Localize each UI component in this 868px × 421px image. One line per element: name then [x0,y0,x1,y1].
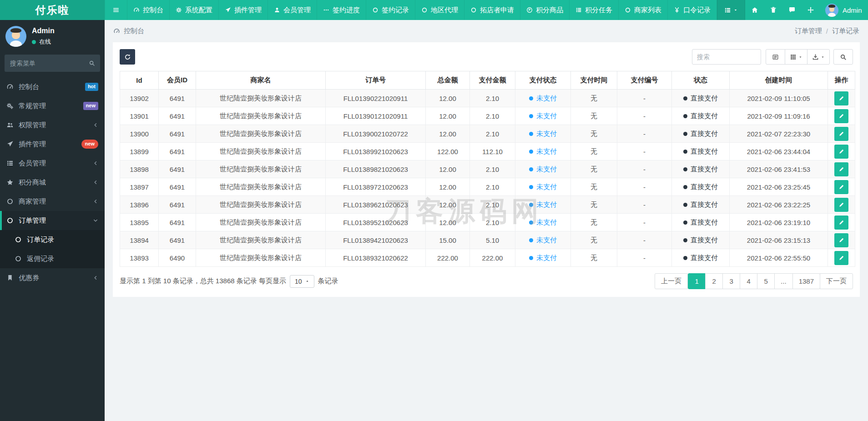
search-toggle-button[interactable] [833,49,853,65]
cell-pay-time: 无 [571,143,617,160]
sidebar-item[interactable]: 常规管理 new [0,96,105,115]
next-page-button[interactable]: 下一页 [820,273,853,289]
breadcrumb-parent[interactable]: 订单管理 [795,27,822,35]
topnav-item-label: 插件管理 [234,6,262,15]
cell-member-id: 6491 [159,231,196,249]
cell-order-no: FLL01389321020622 [326,249,426,267]
pay-status-dot [529,150,533,154]
topnav-item-label: 拓店者申请 [480,6,514,15]
sidebar-item[interactable]: 积分商城 [0,173,105,192]
sidebar-search-input[interactable] [5,55,100,72]
topnav-item[interactable]: 积分商品 [520,0,569,20]
columns-button[interactable] [785,49,807,65]
caret-down-icon [821,55,825,59]
prev-page-button[interactable]: 上一页 [655,273,688,289]
cell-status: 直接支付 [672,231,730,249]
sidebar-item[interactable]: 返佣记录 [0,249,105,268]
pay-status-label: 未支付 [536,254,557,262]
sidebar-item-icon [6,102,14,110]
pencil-icon [838,113,845,119]
edit-button[interactable] [834,145,848,159]
table-search-input[interactable] [692,49,761,65]
chevron-icon [93,218,98,223]
cell-id: 13895 [120,214,159,231]
page-number-button[interactable]: 2 [705,273,723,289]
pay-status-label: 未支付 [536,112,557,120]
expand-button[interactable] [801,0,820,20]
cell-shop-name: 世纪陆壹捌美妆形象设计店 [196,214,326,231]
pager: 上一页 12345...1387 下一页 [655,273,853,289]
cell-total: 122.00 [426,143,470,160]
edit-button[interactable] [834,162,848,176]
edit-button[interactable] [834,91,848,105]
edit-button[interactable] [834,233,848,247]
cell-created: 2021-02-07 22:23:30 [730,125,828,143]
page-number-button[interactable]: 4 [740,273,757,289]
cell-actions [828,90,855,107]
topnav-item-icon [176,7,182,13]
cell-id: 13901 [120,107,159,125]
cell-pay-time: 无 [571,178,617,196]
sidebar-item-label: 商家管理 [19,197,93,206]
topnav-item[interactable]: 插件管理 [218,0,267,20]
edit-button[interactable] [834,198,848,212]
sidebar-item[interactable]: 商家管理 [0,192,105,211]
pencil-icon [838,148,845,155]
sidebar-item-icon [6,121,14,129]
topnav-item[interactable]: 控制台 [127,0,169,20]
column-header: 操作 [828,71,855,90]
page-number-button[interactable]: 1 [688,273,706,289]
topnav-item[interactable]: 会员管理 [267,0,317,20]
sidebar-item[interactable]: 订单管理 [0,211,105,230]
edit-button[interactable] [834,251,848,265]
status-dot [683,114,687,118]
cell-id: 13899 [120,143,159,160]
cell-pay-no: - [617,196,672,214]
page-ellipsis[interactable]: ... [774,273,793,289]
sidebar-item-label: 会员管理 [19,159,93,168]
topnav-item[interactable]: 签约记录 [366,0,415,20]
sidebar-item[interactable]: 权限管理 [0,115,105,135]
topnav-item[interactable]: 系统配置 [169,0,218,20]
topnav-item[interactable]: 地区代理 [415,0,464,20]
page-number-button[interactable]: 3 [722,273,740,289]
page-size-dropdown[interactable]: 10 [290,275,314,288]
sidebar-toggle-button[interactable] [105,0,127,20]
sidebar-item[interactable]: 优惠券 [0,268,105,287]
cell-order-no: FLL01389621020623 [326,196,426,214]
cell-member-id: 6491 [159,196,196,214]
sidebar-item[interactable]: 控制台 hot [0,77,105,96]
menu-dropdown-button[interactable] [717,0,745,20]
topnav-item[interactable]: 拓店者申请 [464,0,520,20]
topnav-item-label: 积分商品 [536,6,563,15]
edit-button[interactable] [834,127,848,141]
export-button[interactable] [807,49,830,65]
caret-up-icon [305,279,309,283]
cell-pay-time: 无 [571,214,617,231]
topnav-item[interactable]: 商家列表 [618,0,667,20]
topnav-item[interactable]: 积分任务 [569,0,618,20]
sidebar-item[interactable]: 订单记录 [0,230,105,249]
cell-status: 直接支付 [672,143,730,160]
message-button[interactable] [782,0,801,20]
sidebar-item[interactable]: 插件管理 new [0,135,105,154]
sidebar-user-name: Admin [32,27,55,35]
pay-status-label: 未支付 [536,130,557,138]
edit-button[interactable] [834,216,848,230]
topnav-item[interactable]: 口令记录 [667,0,717,20]
topnav-item[interactable]: 签约进度 [317,0,366,20]
column-header: 会员ID [159,71,196,90]
cell-pay-status: 未支付 [515,231,571,249]
cell-pay-no: - [617,214,672,231]
page-number-button[interactable]: 5 [757,273,775,289]
edit-button[interactable] [834,180,848,194]
refresh-button[interactable] [120,49,135,65]
sidebar-item[interactable]: 会员管理 [0,154,105,173]
home-button[interactable] [745,0,764,20]
trash-button[interactable] [764,0,782,20]
admin-menu[interactable]: Admin [820,0,868,20]
edit-button[interactable] [834,109,848,123]
page-number-button[interactable]: 1387 [792,273,820,289]
toolbar-button-group [766,49,830,65]
common-search-button[interactable] [766,49,785,65]
